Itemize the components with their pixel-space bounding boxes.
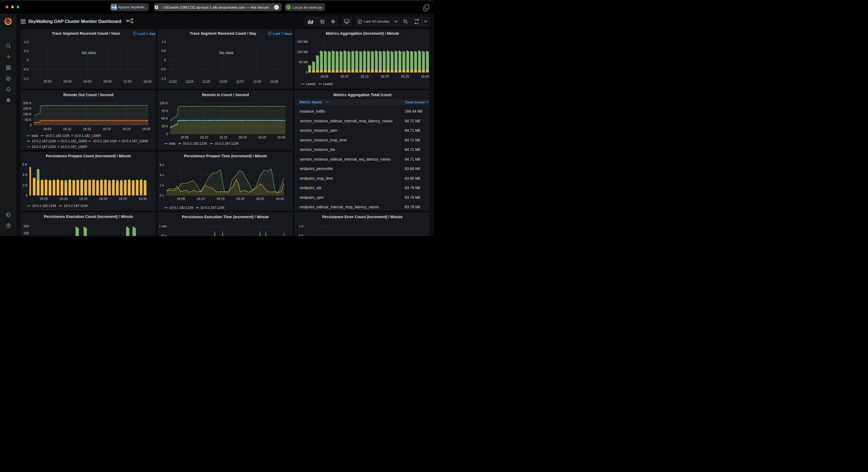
svg-text:11/23: 11/23 [168, 80, 177, 83]
svg-text:2 K: 2 K [23, 183, 28, 187]
svg-text:16:15: 16:15 [79, 197, 88, 201]
svg-text:Trace Segment Received Count /: Trace Segment Received Count / Hour [52, 31, 120, 36]
svg-text:6 s: 6 s [159, 163, 164, 167]
svg-text:instance_traffic: instance_traffic [300, 109, 325, 113]
svg-text:11/28: 11/28 [253, 80, 261, 83]
svg-text:0: 0 [30, 124, 32, 127]
svg-text:10.0.1.182:1234 -> 10.0.2.167_: 10.0.1.182:1234 -> 10.0.2.167_11800 [93, 139, 148, 143]
svg-text:Metric Name: Metric Name [300, 100, 322, 104]
svg-text:0: 0 [26, 194, 28, 198]
svg-text:4 s: 4 s [159, 173, 164, 177]
svg-text:0 s: 0 s [159, 194, 164, 198]
svg-text:16:20: 16:20 [99, 197, 107, 201]
svg-text:250: 250 [24, 225, 29, 228]
svg-text:Remote In Count / Second: Remote In Count / Second [202, 93, 249, 97]
svg-text:16:20: 16:20 [239, 136, 247, 139]
svg-text:84.71 Mil: 84.71 Mil [405, 138, 420, 142]
svg-text:16:30: 16:30 [276, 197, 284, 201]
svg-text:Sw: Sw [112, 6, 116, 9]
svg-text:Persistence Execution Time (In: Persistence Execution Time (Increment) /… [182, 215, 269, 219]
svg-text:service_instance_cpm: service_instance_cpm [300, 128, 337, 133]
svg-text:84.71 Mil: 84.71 Mil [405, 157, 420, 161]
svg-text:endpoint_cpm: endpoint_cpm [300, 195, 323, 200]
svg-text:10.0.2.167:1234: 10.0.2.167:1234 [64, 204, 88, 208]
svg-text:-0.5: -0.5 [160, 67, 166, 71]
svg-text:100 K: 100 K [159, 101, 168, 105]
svg-text:10.0.1.182:1234: 10.0.1.182:1234 [32, 204, 56, 208]
svg-text:16:10: 16:10 [199, 136, 208, 139]
svg-text:10.0.2.167:1234 -> 10.0.2.167_: 10.0.2.167:1234 -> 10.0.2.167_11800 [32, 145, 87, 149]
svg-text:Metrics Aggregation (Increment: Metrics Aggregation (Increment) / Minute [326, 31, 399, 36]
svg-text:Remote Out Count / Second: Remote Out Count / Second [63, 93, 114, 97]
svg-text:200 K: 200 K [23, 101, 32, 105]
svg-text:endpoint_sidecar_internal_resp: endpoint_sidecar_internal_resp_latency_n… [300, 205, 379, 209]
svg-text:100 K: 100 K [23, 112, 32, 116]
svg-text:50 Mil: 50 Mil [299, 60, 308, 64]
svg-text:Persistence Error Count (Incre: Persistence Error Count (Increment) / Mi… [322, 215, 402, 219]
svg-text:11/27: 11/27 [236, 80, 244, 83]
svg-text:16:20: 16:20 [381, 75, 389, 78]
svg-text:168.44 Mil: 168.44 Mil [405, 109, 422, 113]
svg-text:83.80 Mil: 83.80 Mil [405, 167, 420, 171]
svg-text:0: 0 [166, 132, 168, 136]
svg-text:40 s: 40 s [160, 234, 167, 236]
svg-text:Persistence Prepare Count (Inc: Persistence Prepare Count (Increment) / … [46, 154, 131, 158]
svg-text:16:15: 16:15 [216, 197, 225, 201]
svg-text:50 K: 50 K [25, 118, 32, 122]
svg-text:84.71 Mil: 84.71 Mil [405, 147, 420, 152]
svg-text:0: 0 [306, 71, 308, 75]
svg-text:200: 200 [24, 231, 29, 235]
svg-text:No data: No data [82, 50, 96, 55]
svg-text:25 K: 25 K [161, 125, 168, 128]
svg-text:service_instance_sidecar_inter: service_instance_sidecar_internal_req_la… [300, 157, 391, 161]
svg-text:150 K: 150 K [23, 107, 32, 110]
svg-text:No data: No data [219, 50, 233, 55]
svg-text:Level2: Level2 [323, 82, 333, 86]
svg-text:4 K: 4 K [23, 173, 28, 177]
svg-text:1.0: 1.0 [299, 225, 304, 228]
svg-text:0.5: 0.5 [24, 49, 29, 53]
svg-text:16:10: 16:10 [63, 127, 71, 131]
svg-text:1.0: 1.0 [24, 40, 29, 44]
svg-text:16:05: 16:05 [43, 127, 52, 131]
svg-text:11/29: 11/29 [270, 80, 278, 83]
svg-text:16:25: 16:25 [119, 197, 127, 201]
svg-text:16:25: 16:25 [401, 75, 409, 78]
svg-text:100 Mil: 100 Mil [297, 50, 308, 54]
svg-text:10.0.2.167:1234: 10.0.2.167:1234 [214, 142, 239, 145]
svg-text:Trace Segment Received Count /: Trace Segment Received Count / Day [190, 31, 256, 36]
svg-text:0: 0 [164, 58, 166, 62]
svg-text:20:00: 20:00 [43, 80, 52, 83]
svg-text:50 K: 50 K [161, 116, 168, 121]
svg-text:10.0.1.182:1234: 10.0.1.182:1234 [183, 142, 207, 145]
svg-text:83.79 Mil: 83.79 Mil [405, 205, 420, 209]
svg-text:16:15: 16:15 [83, 127, 91, 131]
svg-text:Persistence Execution Count (I: Persistence Execution Count (Increment) … [44, 214, 133, 219]
svg-text:16:05: 16:05 [177, 197, 185, 201]
svg-text:endpoint_percentile: endpoint_percentile [300, 167, 333, 171]
svg-text:16:15: 16:15 [219, 136, 227, 139]
svg-text:1.0: 1.0 [161, 40, 166, 44]
svg-text:84.72 Mil: 84.72 Mil [405, 119, 420, 123]
svg-text:-1.0: -1.0 [160, 77, 166, 80]
svg-text:Metrics Aggregation Total Coun: Metrics Aggregation Total Count [333, 93, 392, 97]
svg-text:10.0.2.167:1234: 10.0.2.167:1234 [200, 206, 224, 210]
svg-text:endpoint_resp_time: endpoint_resp_time [300, 176, 333, 180]
svg-text:Last 1 day: Last 1 day [138, 32, 156, 36]
svg-text:04:00: 04:00 [83, 80, 92, 83]
svg-text:16:20: 16:20 [102, 127, 111, 131]
svg-text:11/24: 11/24 [185, 80, 193, 83]
svg-text:16:10: 16:10 [340, 75, 348, 78]
svg-text:16:30: 16:30 [138, 197, 147, 201]
svg-text:16:10: 16:10 [59, 197, 68, 201]
svg-text:16:10: 16:10 [196, 197, 205, 201]
svg-text:16:30: 16:30 [421, 75, 429, 78]
svg-text:service_instance_resp_time: service_instance_resp_time [300, 138, 347, 142]
svg-text:12:00: 12:00 [123, 80, 132, 83]
svg-text:10.0.1.182:1234 -> 10.0.1.182_: 10.0.1.182:1234 -> 10.0.1.182_11800 [45, 134, 101, 138]
svg-text:10.0.2.167:1234 -> 10.0.1.182_: 10.0.2.167:1234 -> 10.0.1.182_11800 [32, 139, 87, 143]
svg-text:16:05: 16:05 [40, 197, 48, 201]
svg-text:service_instance_sidecar_inter: service_instance_sidecar_internal_resp_l… [300, 119, 393, 123]
svg-text:10.0.1.182:1234: 10.0.1.182:1234 [169, 206, 193, 210]
svg-text:11/25: 11/25 [202, 80, 210, 83]
